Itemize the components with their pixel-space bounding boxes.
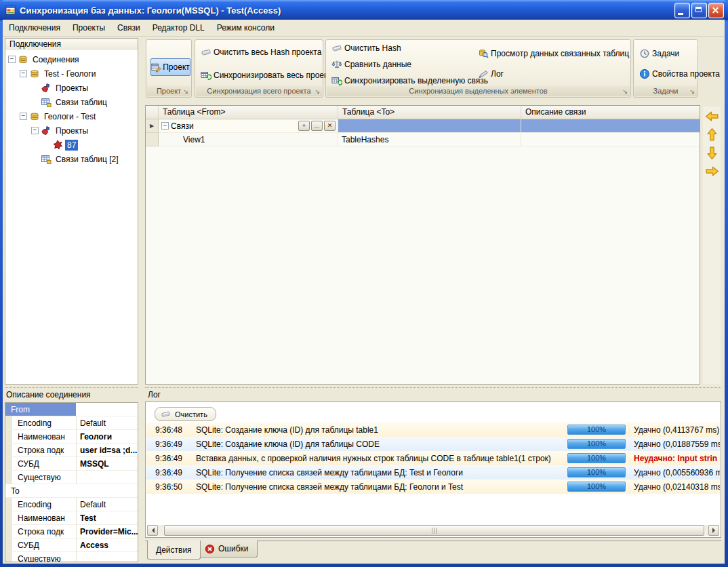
bottom-tab-strip: Действия Ошибки [145,541,721,562]
move-up-arrow-icon[interactable] [707,128,717,142]
move-left-arrow-icon[interactable] [705,111,719,121]
clear-hash-button[interactable]: Очистить Hash [331,43,401,54]
link-description-cell[interactable] [521,133,700,146]
clear-log-button[interactable]: Очистить [155,407,216,421]
tree-node-projects-1[interactable]: Проекты [5,81,138,95]
property-row-name[interactable]: Наименован Test [5,511,138,525]
left-splitter[interactable] [5,387,138,388]
scrollbar-thumb[interactable] [164,525,704,536]
tree-node-label[interactable]: Проекты [54,83,90,94]
property-row-encoding[interactable]: Encoding Default [5,416,138,430]
edit-link-button[interactable]: ... [311,121,323,131]
project-properties-button[interactable]: Свойства проекта [639,69,720,79]
remove-link-button[interactable]: ✕ [324,121,336,131]
collapse-icon[interactable]: − [20,70,27,77]
main-splitter[interactable] [145,387,721,388]
log-entry[interactable]: 9:36:49 SQLite: Получение списка связей … [146,465,720,480]
tree-node-label-selected[interactable]: 87 [65,140,78,151]
tree-node-table-links-2[interactable]: Связи таблиц [2] [5,152,138,166]
table-row-links-group[interactable]: ▶ − Связи + ... ✕ [146,119,700,133]
tree-node-label[interactable]: Test - Геологи [42,69,98,79]
log-horizontal-scrollbar[interactable] [147,525,719,536]
caption-arrow-icon[interactable]: ↘ [315,87,320,97]
tree-node-label[interactable]: Соединения [31,54,81,65]
minimize-button[interactable] [674,3,690,18]
left-triangle-icon [149,528,155,533]
close-button[interactable] [708,3,724,18]
sync-all-project-button[interactable]: Синхронизировать весь проект [201,70,331,81]
progress-bar: 100% [567,453,626,463]
property-row-connection-string[interactable]: Строка подк Provider=Mic... [5,525,138,539]
tree-node-label[interactable]: Связи таблиц [2] [54,154,121,165]
menubar: Подключения Проекты Связи Редактор DLL Р… [3,20,725,37]
tree-node-table-links-1[interactable]: Связи таблиц [5,95,138,109]
relations-table: Таблица <From> Таблица <To> Описание свя… [145,105,700,385]
log-entry[interactable]: 9:36:50 SQLite: Получение списка связей … [146,480,720,494]
project-button[interactable]: Проект [150,58,190,76]
menu-links[interactable]: Связи [111,20,146,36]
from-table-name: View1 [161,135,205,144]
caption-arrow-icon[interactable]: ↘ [183,87,188,97]
move-arrows-panel [703,106,721,384]
tasks-button[interactable]: Задачи [639,48,679,59]
property-row-exists[interactable]: Существую [5,552,138,562]
column-header-from[interactable]: Таблица <From> [159,106,338,119]
menu-dll-editor[interactable]: Редактор DLL [146,20,211,36]
tree-node-geologi-test[interactable]: − Геологи - Test [5,109,138,123]
app-icon [5,5,16,16]
menu-projects[interactable]: Проекты [66,20,111,36]
table-row-view1[interactable]: View1 TableHashes [146,133,700,146]
compare-data-button[interactable]: Сравнить данные [331,59,411,70]
table-links-icon [41,97,52,108]
caption-arrow-icon[interactable]: ↘ [622,87,628,97]
header-selector-cell [146,106,159,119]
scroll-left-button[interactable] [147,525,158,536]
column-header-to[interactable]: Таблица <To> [338,106,521,119]
log-entry[interactable]: 9:36:48 SQLite: Создание ключа (ID) для … [146,423,720,437]
links-group-to-cell[interactable] [338,119,521,133]
property-row-dbms[interactable]: СУБД MSSQL [5,457,138,471]
menu-connections[interactable]: Подключения [3,20,66,36]
property-category-to[interactable]: To [5,484,138,498]
sync-selected-link-button[interactable]: Синхронизировать выделенную связь [331,75,488,86]
ribbon-caption-tasks: Задачи↘ [634,86,697,96]
right-triangle-icon [712,528,718,533]
property-row-encoding[interactable]: Encoding Default [5,498,138,511]
links-group-desc-cell[interactable] [521,119,700,133]
log-entry[interactable]: 9:36:49 Вставка данных, с проверкой нали… [146,451,720,465]
tree-node-connections[interactable]: − Соединения [5,52,138,66]
collapse-icon[interactable]: − [20,113,27,120]
menu-console-mode[interactable]: Режим консоли [211,20,281,36]
property-category-from[interactable]: From [5,403,138,416]
property-row-dbms[interactable]: СУБД Access [5,539,138,552]
collapse-icon[interactable]: − [31,127,39,134]
caption-arrow-icon[interactable]: ↘ [689,87,695,97]
tab-actions[interactable]: Действия [147,541,201,560]
tab-errors[interactable]: Ошибки [196,541,258,558]
log-button[interactable]: Лог [478,69,504,79]
log-entry[interactable]: 9:36:49 SQLite: Создание ключа (ID) для … [146,437,720,451]
add-link-button[interactable]: + [298,121,310,131]
tree-node-projects-2[interactable]: − Проекты [5,123,138,138]
property-row-connection-string[interactable]: Строка подк user id=sa ;d... [5,444,138,457]
move-right-arrow-icon[interactable] [705,166,719,176]
tree-node-project-87[interactable]: 87 [5,138,138,152]
property-row-exists[interactable]: Существую [5,471,138,484]
log-time: 9:36:49 [146,468,196,477]
connection-description-header: Описание соединения [6,390,91,399]
tree-node-label[interactable]: Связи таблиц [54,97,109,108]
to-table-name-cell[interactable]: TableHashes [338,133,521,146]
tree-node-label[interactable]: Проекты [54,125,90,136]
clear-all-hash-button[interactable]: Очистить весь Hash проекта [201,47,321,58]
maximize-button[interactable] [691,3,707,18]
collapse-icon[interactable]: − [8,56,16,63]
column-header-description[interactable]: Описание связи [521,106,700,119]
tree-node-test-geologi[interactable]: − Test - Геологи [5,66,138,81]
view-linked-tables-button[interactable]: Просмотр данных связанных таблиц [478,48,629,59]
tree-node-label[interactable]: Геологи - Test [42,111,98,122]
property-row-name[interactable]: Наименован Геологи [5,430,138,444]
ribbon-group-sync-selected: Очистить Hash Сравнить данные Синхронизи… [325,39,631,98]
scroll-right-button[interactable] [708,525,719,536]
collapse-icon[interactable]: − [161,122,169,130]
move-down-arrow-icon[interactable] [707,146,717,160]
